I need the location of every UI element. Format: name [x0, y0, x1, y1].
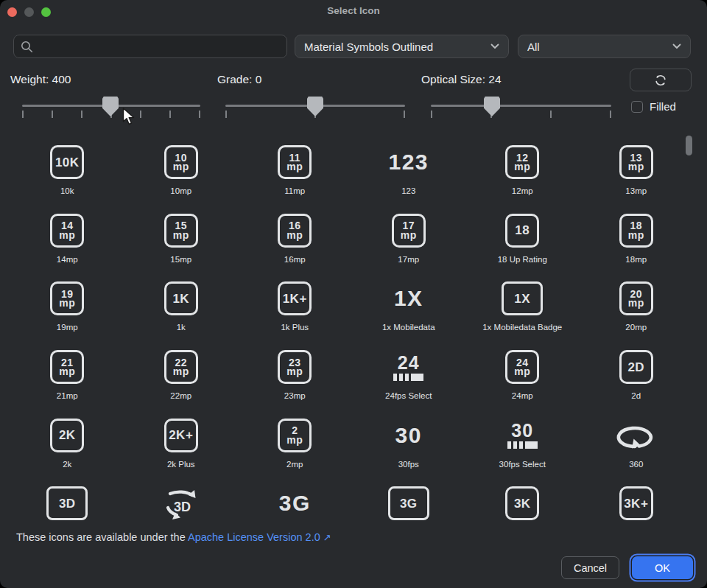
- svg-text:3D: 3D: [174, 500, 191, 514]
- icon-cell-3g[interactable]: 3G: [238, 474, 352, 525]
- weight-slider[interactable]: [22, 96, 200, 119]
- license-text: These icons are available under the: [16, 531, 188, 543]
- icon-cell-14mp[interactable]: 14mp14mp: [10, 201, 124, 270]
- icon-label: 360: [629, 460, 643, 469]
- search-input[interactable]: [38, 40, 280, 54]
- icon-cell-2k-plus[interactable]: 2K+2k Plus: [124, 406, 239, 475]
- 21mp-icon: 21mp: [50, 346, 84, 388]
- 22mp-icon: 22mp: [164, 346, 198, 388]
- 2d-icon: 2D: [619, 346, 653, 388]
- icon-label: 10mp: [170, 186, 191, 195]
- 3g-icon: 3G: [279, 483, 311, 524]
- icon-cell-3k-plus[interactable]: 3K+: [580, 474, 694, 525]
- icon-cell-20mp[interactable]: 20mp20mp: [580, 269, 694, 337]
- scrollbar-thumb[interactable]: [686, 136, 692, 155]
- grade-label: Grade: 0: [217, 73, 261, 86]
- icon-grid[interactable]: 10K10k10mp10mp11mp11mp12312312mp12mp13mp…: [10, 133, 694, 525]
- titlebar: Select Icon: [0, 0, 707, 24]
- font-select[interactable]: Material Symbols Outlined: [295, 35, 509, 58]
- icon-cell-30fps[interactable]: 3030fps: [352, 406, 466, 475]
- icon-label: 30fps: [398, 460, 419, 469]
- select-icon-dialog: Select Icon Material Symbols Outlined Al…: [0, 0, 707, 588]
- 19mp-icon: 19mp: [50, 278, 84, 319]
- icon-cell-24mp[interactable]: 24mp24mp: [465, 337, 580, 406]
- external-link-icon: ↗: [323, 532, 331, 543]
- icon-cell-30fps-select[interactable]: 3030fps Select: [465, 406, 580, 475]
- license-link[interactable]: Apache License Version 2.0: [188, 531, 320, 543]
- icon-cell-22mp[interactable]: 22mp22mp: [124, 337, 239, 406]
- 3d-rotation-icon: 3D: [160, 483, 203, 524]
- slider-thumb[interactable]: [307, 97, 323, 116]
- 360-icon: [616, 415, 656, 456]
- icon-cell-360[interactable]: 360: [580, 406, 694, 475]
- license-note: These icons are available under the Apac…: [16, 531, 331, 543]
- icon-cell-2d[interactable]: 2D2d: [580, 337, 694, 406]
- 23mp-icon: 23mp: [278, 346, 312, 388]
- 16mp-icon: 16mp: [278, 210, 312, 251]
- filled-checkbox[interactable]: [631, 101, 643, 113]
- icon-cell-17mp[interactable]: 17mp17mp: [352, 201, 466, 270]
- category-select[interactable]: All: [518, 35, 691, 58]
- icon-label: 1k Plus: [281, 323, 309, 332]
- icon-cell-1k-plus[interactable]: 1K+1k Plus: [238, 269, 352, 337]
- optical-size-slider[interactable]: [431, 96, 611, 119]
- 10k-icon: 10K: [50, 141, 84, 183]
- 1x-mobiledata-badge-icon: 1X: [502, 278, 543, 319]
- 3d-icon: 3D: [46, 483, 88, 524]
- icon-cell-3d[interactable]: 3D: [10, 474, 124, 525]
- grade-slider[interactable]: [225, 96, 405, 119]
- slider-tick: [52, 111, 53, 118]
- reset-button[interactable]: [630, 69, 692, 91]
- icon-label: 2k Plus: [167, 460, 195, 469]
- 18-up-rating-icon: 18: [505, 210, 539, 251]
- 15mp-icon: 15mp: [164, 210, 198, 251]
- icon-cell-2mp[interactable]: 2mp2mp: [238, 406, 352, 475]
- slider-tick: [169, 111, 171, 118]
- icon-cell-2k[interactable]: 2K2k: [10, 406, 124, 475]
- slider-tick: [199, 111, 200, 118]
- 18mp-icon: 18mp: [619, 210, 653, 251]
- 30fps-select-icon: 30: [507, 415, 538, 456]
- filled-checkbox-label: Filled: [650, 100, 676, 113]
- weight-label: Weight: 400: [10, 73, 71, 86]
- search-field[interactable]: [13, 35, 287, 58]
- icon-cell-10mp[interactable]: 10mp10mp: [124, 133, 239, 201]
- 24mp-icon: 24mp: [505, 346, 539, 388]
- 10mp-icon: 10mp: [164, 141, 198, 183]
- 123-icon: 123: [388, 141, 429, 183]
- icon-cell-12mp[interactable]: 12mp12mp: [465, 133, 580, 201]
- icon-label: 22mp: [170, 391, 191, 400]
- icon-cell-23mp[interactable]: 23mp23mp: [238, 337, 352, 406]
- icon-cell-1k[interactable]: 1K1k: [124, 269, 239, 337]
- 2k-icon: 2K: [50, 415, 84, 456]
- icon-cell-24fps-select[interactable]: 2424fps Select: [352, 337, 466, 406]
- slider-thumb[interactable]: [484, 97, 500, 116]
- cancel-button[interactable]: Cancel: [561, 556, 619, 579]
- icon-cell-21mp[interactable]: 21mp21mp: [10, 337, 124, 406]
- icon-cell-3d-rotation[interactable]: 3D: [124, 474, 239, 525]
- icon-cell-1x-mobiledata[interactable]: 1X1x Mobiledata: [352, 269, 466, 337]
- icon-cell-13mp[interactable]: 13mp13mp: [580, 133, 694, 201]
- icon-label: 24fps Select: [385, 391, 432, 400]
- slider-tick: [225, 111, 227, 118]
- icon-label: 23mp: [284, 391, 306, 400]
- optical-size-label: Optical Size: 24: [421, 73, 502, 86]
- icon-cell-10k[interactable]: 10K10k: [10, 133, 124, 201]
- icon-cell-3g-badge[interactable]: 3G: [352, 474, 466, 525]
- ok-button[interactable]: OK: [632, 556, 693, 579]
- icon-cell-123[interactable]: 123123: [352, 133, 466, 201]
- icon-cell-16mp[interactable]: 16mp16mp: [238, 201, 352, 270]
- 1x-mobiledata-icon: 1X: [394, 278, 423, 319]
- icon-cell-11mp[interactable]: 11mp11mp: [238, 133, 352, 201]
- icon-cell-1x-mobiledata-badge[interactable]: 1X1x Mobiledata Badge: [465, 269, 580, 337]
- icon-cell-19mp[interactable]: 19mp19mp: [10, 269, 124, 337]
- category-select-value: All: [527, 41, 672, 53]
- icon-cell-3k[interactable]: 3K: [465, 474, 580, 525]
- slider-thumb[interactable]: [102, 97, 119, 116]
- icon-cell-18-up-rating[interactable]: 1818 Up Rating: [465, 201, 580, 270]
- icon-cell-18mp[interactable]: 18mp18mp: [580, 201, 694, 270]
- icon-label: 20mp: [625, 323, 647, 332]
- icon-cell-15mp[interactable]: 15mp15mp: [124, 201, 239, 270]
- icon-label: 19mp: [57, 323, 78, 332]
- window-title: Select Icon: [0, 5, 707, 16]
